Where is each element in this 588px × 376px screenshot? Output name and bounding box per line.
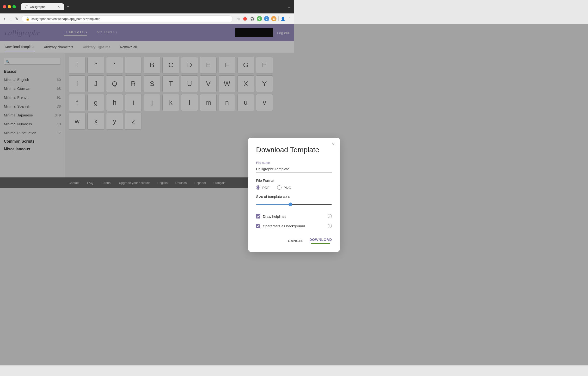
traffic-light-yellow[interactable] <box>8 5 11 8</box>
tab-label: Calligraphr <box>30 5 45 9</box>
traffic-light-red[interactable] <box>3 5 6 8</box>
tab-favicon: 🖋 <box>24 5 28 9</box>
modal-overlay: × Download Template File name File Forma… <box>0 24 294 188</box>
active-tab[interactable]: 🖋 Calligraphr ✕ <box>21 3 64 10</box>
ext-icon-1[interactable]: 🔴 <box>242 16 248 21</box>
radio-group: PDF PNG <box>256 185 294 188</box>
traffic-lights <box>3 5 16 8</box>
address-field[interactable]: 🔒 calligraphr.com/en/webapp/app_home/?te… <box>22 15 233 22</box>
traffic-light-green[interactable] <box>12 5 16 8</box>
expand-icon[interactable]: ⌄ <box>287 4 291 9</box>
address-text: calligraphr.com/en/webapp/app_home/?temp… <box>32 17 100 21</box>
bookmark-icon[interactable]: ☆ <box>237 17 241 21</box>
ext-icon-3[interactable]: G <box>257 16 262 21</box>
radio-pdf-input[interactable] <box>256 185 260 188</box>
radio-pdf-label: PDF <box>262 186 270 188</box>
new-tab-button[interactable]: + <box>65 3 71 10</box>
forward-button[interactable]: › <box>8 16 11 22</box>
download-template-modal: × Download Template File name File Forma… <box>248 138 294 188</box>
radio-png[interactable]: PNG <box>277 185 291 188</box>
file-format-group: File Format PDF PNG <box>256 178 294 188</box>
back-button[interactable]: ‹ <box>3 16 6 22</box>
file-name-input[interactable] <box>256 166 294 173</box>
browser-icons: ☆ 🔴 🎧 G C a 👤 ⋮ <box>237 16 291 21</box>
ext-icon-2[interactable]: 🎧 <box>250 16 255 21</box>
radio-png-label: PNG <box>284 186 291 188</box>
file-name-label: File name <box>256 161 294 165</box>
reload-button[interactable]: ↻ <box>14 16 19 22</box>
profile-icon[interactable]: 👤 <box>281 17 285 21</box>
ext-icon-4[interactable]: C <box>264 16 269 21</box>
browser-chrome: 🖋 Calligraphr ✕ + ⌄ <box>0 0 294 13</box>
ext-icon-5[interactable]: a <box>271 16 276 21</box>
menu-icon[interactable]: ⋮ <box>287 17 291 21</box>
radio-png-input[interactable] <box>277 185 282 188</box>
address-bar: ‹ › ↻ 🔒 calligraphr.com/en/webapp/app_ho… <box>0 13 294 24</box>
modal-title: Download Template <box>256 146 294 154</box>
separator <box>278 16 279 21</box>
radio-pdf[interactable]: PDF <box>256 185 270 188</box>
file-format-label: File Format <box>256 178 294 182</box>
tab-close-icon[interactable]: ✕ <box>57 5 60 9</box>
tab-bar: 🖋 Calligraphr ✕ + <box>21 3 286 10</box>
